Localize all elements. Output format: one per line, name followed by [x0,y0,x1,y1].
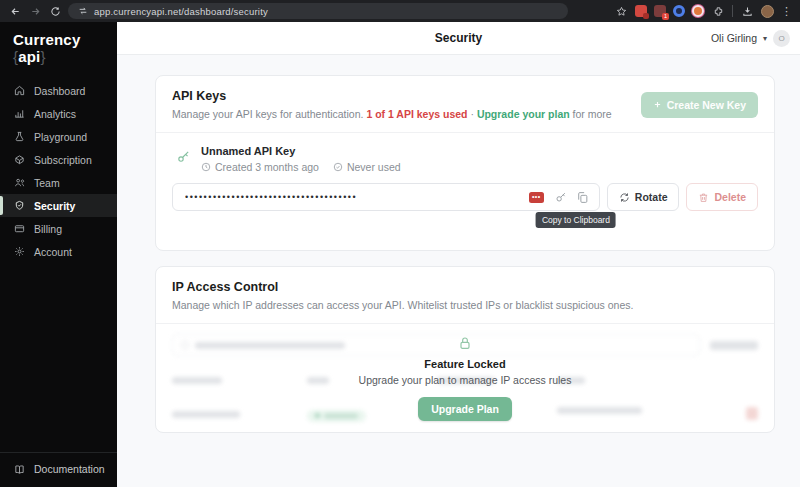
extension-badge-2: 1 [662,13,669,20]
sidebar-item-team[interactable]: Team [0,171,117,194]
book-icon [14,464,25,475]
user-menu[interactable]: Oli Girling ▾ O [711,22,790,54]
home-icon [14,85,25,96]
bookmark-star-icon[interactable] [614,4,628,18]
browser-profile-avatar[interactable] [761,5,774,18]
api-keys-card: API Keys Manage your API keys for authen… [155,75,775,251]
rotate-key-button[interactable]: Rotate [607,183,680,211]
extension-icon-2[interactable]: 1 [654,5,666,17]
extension-badge-1 [643,13,649,19]
box-icon [14,154,25,165]
url-text: app.currencyapi.net/dashboard/security [94,6,268,17]
password-manager-extension-icon[interactable]: ••• [529,192,544,203]
rotate-icon [619,192,630,203]
forward-icon[interactable] [28,4,42,18]
url-bar[interactable]: app.currencyapi.net/dashboard/security [68,3,568,19]
back-icon[interactable] [8,4,22,18]
downloads-icon[interactable] [740,4,754,18]
sidebar-item-documentation[interactable]: Documentation [0,452,117,487]
key-icon [176,149,191,164]
copy-key-icon[interactable]: Copy to Clipboard [574,189,591,206]
ip-access-title: IP Access Control [172,280,758,294]
browser-menu-icon[interactable]: ⋮ [781,6,792,17]
api-key-name: Unnamed API Key [201,145,401,157]
user-name: Oli Girling [711,32,757,44]
masked-api-key: ••••••••••••••••••••••••••••••••••••• [185,183,529,211]
site-info-icon[interactable] [78,6,88,16]
sidebar-item-subscription[interactable]: Subscription [0,148,117,171]
api-keys-title: API Keys [172,89,612,103]
gear-icon [14,246,25,257]
sidebar-item-account[interactable]: Account [0,240,117,263]
upgrade-plan-button[interactable]: Upgrade Plan [418,397,512,421]
browser-chrome: app.currencyapi.net/dashboard/security 1… [0,0,800,22]
sidebar-item-analytics[interactable]: Analytics [0,102,117,125]
reload-icon[interactable] [48,4,62,18]
toolbar-divider [732,5,733,17]
plus-icon [653,100,662,109]
clock-icon [201,162,211,172]
ip-access-card: IP Access Control Manage which IP addres… [155,266,775,433]
delete-key-button[interactable]: Delete [686,183,758,211]
app-logo[interactable]: Currency {api} [0,22,117,75]
trash-icon [698,192,709,203]
api-key-field[interactable]: ••••••••••••••••••••••••••••••••••••• ••… [172,183,600,211]
sidebar-item-playground[interactable]: Playground [0,125,117,148]
bar-chart-icon [14,108,25,119]
upgrade-plan-link[interactable]: Upgrade your plan [477,108,570,120]
sidebar-item-dashboard[interactable]: Dashboard [0,79,117,102]
api-keys-subtitle: Manage your API keys for authentication.… [172,108,612,120]
lock-icon [457,335,473,351]
feature-locked-overlay: Feature Locked Upgrade your plan to mana… [156,324,774,432]
key-created-meta: Created 3 months ago [201,161,319,173]
flask-icon [14,131,25,142]
chevron-down-icon: ▾ [763,34,767,43]
usage-warning: 1 of 1 API keys used [366,108,467,120]
content: API Keys Manage your API keys for authen… [117,55,800,487]
extensions-puzzle-icon[interactable] [711,4,725,18]
shield-check-icon [14,200,25,211]
users-icon [14,177,25,188]
copy-tooltip: Copy to Clipboard [536,212,616,228]
credit-card-icon [14,223,25,234]
sidebar-item-security[interactable]: Security [0,194,117,217]
ip-access-subtitle: Manage which IP addresses can access you… [172,299,758,311]
sidebar: Currency {api} Dashboard Analytics Playg… [0,22,117,487]
screen: app.currencyapi.net/dashboard/security 1… [0,0,800,487]
create-new-key-button[interactable]: Create New Key [641,92,758,118]
feature-locked-title: Feature Locked [424,358,505,370]
sidebar-nav: Dashboard Analytics Playground Subscript… [0,79,117,263]
feature-locked-description: Upgrade your plan to manage IP access ru… [359,374,572,386]
page-header: Security Oli Girling ▾ O [117,22,800,55]
reveal-key-icon[interactable] [552,189,569,206]
avatar[interactable]: O [773,30,790,47]
extension-icon-3[interactable] [673,5,685,17]
sidebar-item-billing[interactable]: Billing [0,217,117,240]
key-usage-meta: Never used [333,161,401,173]
check-circle-icon [333,162,343,172]
extension-icon-4[interactable] [692,5,704,17]
extension-icon-1[interactable] [635,5,647,17]
page-title: Security [117,22,800,54]
